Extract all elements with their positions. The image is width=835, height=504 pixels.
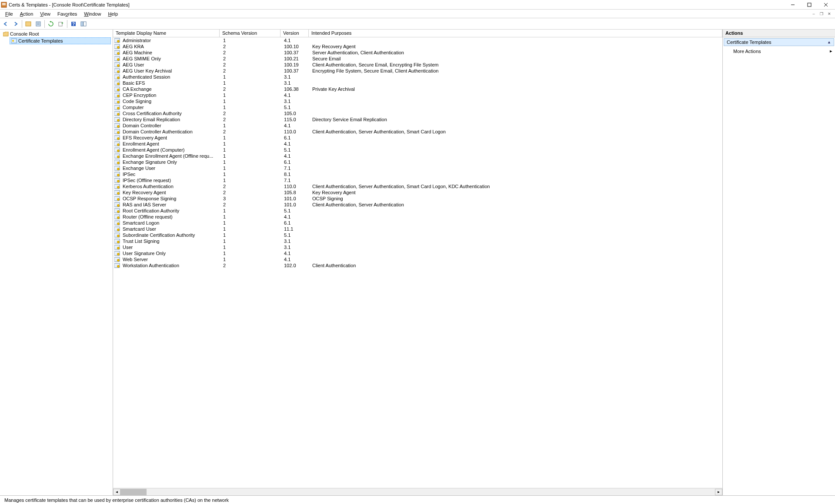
column-schema[interactable]: Schema Version bbox=[220, 30, 281, 37]
table-row[interactable]: User13.1 bbox=[113, 244, 722, 250]
table-row[interactable]: Smartcard Logon16.1 bbox=[113, 220, 722, 226]
scroll-thumb[interactable] bbox=[120, 489, 147, 495]
table-row[interactable]: CEP Encryption14.1 bbox=[113, 92, 722, 98]
mdi-minimize[interactable]: – bbox=[810, 10, 818, 17]
table-row[interactable]: Exchange User17.1 bbox=[113, 165, 722, 171]
table-row[interactable]: Code Signing13.1 bbox=[113, 98, 722, 104]
table-row[interactable]: AEG KRA2100.10Key Recovery Agent bbox=[113, 43, 722, 50]
horizontal-scrollbar[interactable]: ◄ ► bbox=[113, 488, 722, 495]
cell-schema: 1 bbox=[220, 178, 281, 183]
table-row[interactable]: Cross Certification Authority2105.0 bbox=[113, 110, 722, 116]
cert-template-icon bbox=[114, 104, 120, 110]
maximize-button[interactable] bbox=[801, 0, 818, 9]
minimize-button[interactable] bbox=[785, 0, 801, 9]
table-row[interactable]: Key Recovery Agent2105.8Key Recovery Age… bbox=[113, 189, 722, 196]
refresh-button[interactable] bbox=[46, 19, 56, 29]
tree-root[interactable]: Console Root bbox=[2, 30, 111, 37]
cell-schema: 1 bbox=[220, 135, 281, 140]
table-row[interactable]: Trust List Signing13.1 bbox=[113, 238, 722, 244]
table-row[interactable]: Administrator14.1 bbox=[113, 37, 722, 43]
tree-cert-templates[interactable]: Certificate Templates bbox=[10, 37, 111, 44]
table-row[interactable]: AEG User Key Archival2100.37Encrypting F… bbox=[113, 68, 722, 74]
table-row[interactable]: Basic EFS13.1 bbox=[113, 80, 722, 86]
mdi-close[interactable]: ✕ bbox=[825, 10, 833, 17]
table-row[interactable]: CA Exchange2106.38Private Key Archival bbox=[113, 86, 722, 92]
svg-point-33 bbox=[117, 83, 119, 85]
cell-schema: 2 bbox=[220, 62, 281, 67]
cert-template-icon bbox=[114, 214, 120, 220]
menu-view[interactable]: View bbox=[37, 10, 54, 17]
export-button[interactable] bbox=[56, 19, 66, 29]
cell-schema: 2 bbox=[220, 111, 281, 116]
menu-favorites[interactable]: Favorites bbox=[54, 10, 80, 17]
table-row[interactable]: Enrollment Agent14.1 bbox=[113, 141, 722, 147]
menu-help[interactable]: Help bbox=[104, 10, 121, 17]
show-hide-tree-button[interactable] bbox=[23, 19, 33, 29]
column-name[interactable]: Template Display Name bbox=[113, 30, 220, 37]
view-button[interactable] bbox=[79, 19, 88, 29]
cell-version: 5.1 bbox=[281, 208, 310, 213]
svg-point-19 bbox=[117, 40, 119, 42]
table-row[interactable]: Computer15.1 bbox=[113, 104, 722, 110]
collapse-icon[interactable]: ▲ bbox=[827, 40, 831, 44]
table-row[interactable]: EFS Recovery Agent16.1 bbox=[113, 135, 722, 141]
cell-name: Web Server bbox=[120, 257, 220, 262]
table-row[interactable]: Enrollment Agent (Computer)15.1 bbox=[113, 147, 722, 153]
table-row[interactable]: Authenticated Session13.1 bbox=[113, 74, 722, 80]
cell-name: Trust List Signing bbox=[120, 239, 220, 244]
cell-schema: 1 bbox=[220, 74, 281, 80]
actions-more[interactable]: More Actions ▸ bbox=[723, 47, 835, 55]
scroll-left-icon[interactable]: ◄ bbox=[113, 489, 120, 495]
column-version[interactable]: Version bbox=[281, 30, 309, 37]
table-row[interactable]: Directory Email Replication2115.0Directo… bbox=[113, 116, 722, 123]
table-row[interactable]: Exchange Enrollment Agent (Offline requ.… bbox=[113, 153, 722, 159]
svg-point-87 bbox=[117, 247, 119, 249]
table-row[interactable]: OCSP Response Signing3101.0OCSP Signing bbox=[113, 196, 722, 202]
table-row[interactable]: Domain Controller14.1 bbox=[113, 123, 722, 129]
table-row[interactable]: AEG SMIME Only2100.21Secure Email bbox=[113, 56, 722, 62]
table-row[interactable]: AEG Machine2100.37Server Authentication,… bbox=[113, 50, 722, 56]
mdi-restore[interactable]: ❐ bbox=[818, 10, 825, 17]
cell-schema: 2 bbox=[220, 263, 281, 268]
cell-name: AEG User Key Archival bbox=[120, 68, 220, 73]
menu-action[interactable]: Action bbox=[17, 10, 37, 17]
cell-version: 3.1 bbox=[281, 80, 310, 86]
folder-icon bbox=[3, 31, 9, 37]
cert-template-icon bbox=[114, 129, 120, 135]
table-row[interactable]: Subordinate Certification Authority15.1 bbox=[113, 232, 722, 238]
table-row[interactable]: Web Server14.1 bbox=[113, 256, 722, 262]
menu-window[interactable]: Window bbox=[80, 10, 104, 17]
table-row[interactable]: User Signature Only14.1 bbox=[113, 250, 722, 256]
table-row[interactable]: Exchange Signature Only16.1 bbox=[113, 159, 722, 165]
cell-version: 110.0 bbox=[281, 129, 310, 134]
table-row[interactable]: Workstation Authentication2102.0Client A… bbox=[113, 262, 722, 269]
table-row[interactable]: Domain Controller Authentication2110.0Cl… bbox=[113, 129, 722, 135]
column-purpose[interactable]: Intended Purposes bbox=[309, 30, 722, 37]
table-row[interactable]: Smartcard User111.1 bbox=[113, 226, 722, 232]
forward-button[interactable] bbox=[11, 19, 20, 29]
cell-version: 6.1 bbox=[281, 159, 310, 165]
table-row[interactable]: Root Certification Authority15.1 bbox=[113, 208, 722, 214]
cell-schema: 2 bbox=[220, 68, 281, 73]
cert-template-icon bbox=[114, 232, 120, 238]
svg-point-57 bbox=[117, 156, 119, 158]
table-row[interactable]: AEG User2100.19Client Authentication, Se… bbox=[113, 62, 722, 68]
scroll-right-icon[interactable]: ► bbox=[715, 489, 722, 495]
back-button[interactable] bbox=[1, 19, 10, 29]
table-row[interactable]: RAS and IAS Server2101.0Client Authentic… bbox=[113, 202, 722, 208]
table-row[interactable]: Kerberos Authentication2110.0Client Auth… bbox=[113, 183, 722, 189]
actions-group-cert-templates[interactable]: Certificate Templates ▲ bbox=[724, 38, 834, 46]
table-row[interactable]: IPSec18.1 bbox=[113, 171, 722, 177]
svg-point-79 bbox=[117, 222, 119, 225]
properties-button[interactable] bbox=[33, 19, 43, 29]
close-button[interactable] bbox=[818, 0, 834, 9]
menu-file[interactable]: File bbox=[2, 10, 17, 17]
cell-schema: 1 bbox=[220, 147, 281, 153]
table-row[interactable]: Router (Offline request)14.1 bbox=[113, 214, 722, 220]
help-button[interactable]: ? bbox=[69, 19, 78, 29]
cell-version: 100.21 bbox=[281, 56, 310, 61]
table-row[interactable]: IPSec (Offline request)17.1 bbox=[113, 177, 722, 183]
cell-name: OCSP Response Signing bbox=[120, 196, 220, 201]
svg-point-67 bbox=[117, 186, 119, 188]
svg-point-45 bbox=[117, 119, 119, 121]
